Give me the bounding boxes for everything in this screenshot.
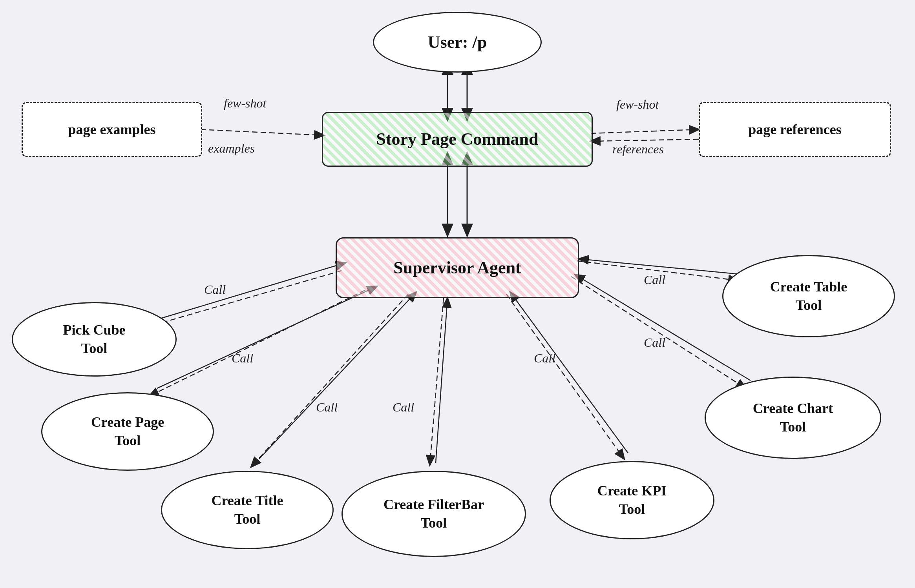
create-kpi-tool-node: Create KPI Tool (550, 461, 714, 539)
svg-line-5 (591, 129, 699, 133)
call-pick-cube-label: Call (204, 282, 226, 297)
supervisor-agent-label: Supervisor Agent (393, 257, 521, 279)
svg-line-18 (510, 292, 628, 453)
examples-left-label: examples (208, 141, 255, 156)
story-page-command-node: Story Page Command (322, 112, 593, 167)
supervisor-agent-node: Supervisor Agent (336, 237, 579, 298)
story-page-command-label: Story Page Command (376, 128, 538, 150)
page-references-node: page references (699, 102, 891, 157)
create-kpi-tool-label: Create KPI Tool (597, 482, 667, 519)
svg-line-17 (436, 298, 447, 463)
svg-line-19 (579, 259, 744, 275)
create-page-tool-label: Create Page Tool (91, 413, 164, 450)
call-create-filterbar-label: Call (393, 400, 414, 415)
svg-line-10 (430, 298, 444, 465)
svg-line-4 (200, 129, 324, 135)
svg-line-9 (251, 294, 408, 467)
svg-line-13 (571, 277, 746, 388)
svg-line-15 (157, 286, 377, 388)
pick-cube-tool-label: Pick Cube Tool (63, 321, 125, 358)
svg-line-14 (143, 263, 345, 324)
create-title-tool-label: Create Title Tool (212, 492, 283, 528)
call-create-title-label: Call (316, 400, 338, 415)
diagram: User: /p Story Page Command page example… (0, 0, 915, 588)
create-table-tool-label: Create Table Tool (770, 278, 847, 315)
few-shot-right-label: few-shot (616, 97, 659, 112)
references-right-label: references (612, 142, 664, 157)
call-create-table-label: Call (644, 273, 665, 287)
page-references-label: page references (748, 120, 842, 139)
create-title-tool-node: Create Title Tool (161, 471, 334, 549)
few-shot-left-label: few-shot (224, 96, 266, 111)
create-filterbar-tool-label: Create FilterBar Tool (384, 495, 484, 532)
page-examples-node: page examples (22, 102, 202, 157)
svg-line-8 (149, 286, 373, 396)
create-filterbar-tool-node: Create FilterBar Tool (342, 471, 526, 557)
pick-cube-tool-node: Pick Cube Tool (12, 302, 177, 377)
user-node-label: User: /p (428, 31, 487, 53)
create-chart-tool-node: Create Chart Tool (705, 377, 881, 459)
svg-line-6 (591, 139, 699, 141)
svg-line-11 (506, 294, 624, 459)
call-create-kpi-label: Call (534, 351, 555, 366)
user-node: User: /p (373, 12, 542, 73)
call-create-chart-label: Call (644, 335, 665, 350)
call-create-page-label: Call (232, 351, 253, 366)
svg-line-16 (259, 292, 416, 459)
create-chart-tool-label: Create Chart Tool (753, 399, 833, 436)
create-table-tool-node: Create Table Tool (722, 255, 895, 337)
create-page-tool-node: Create Page Tool (41, 392, 214, 471)
page-examples-label: page examples (68, 120, 156, 139)
